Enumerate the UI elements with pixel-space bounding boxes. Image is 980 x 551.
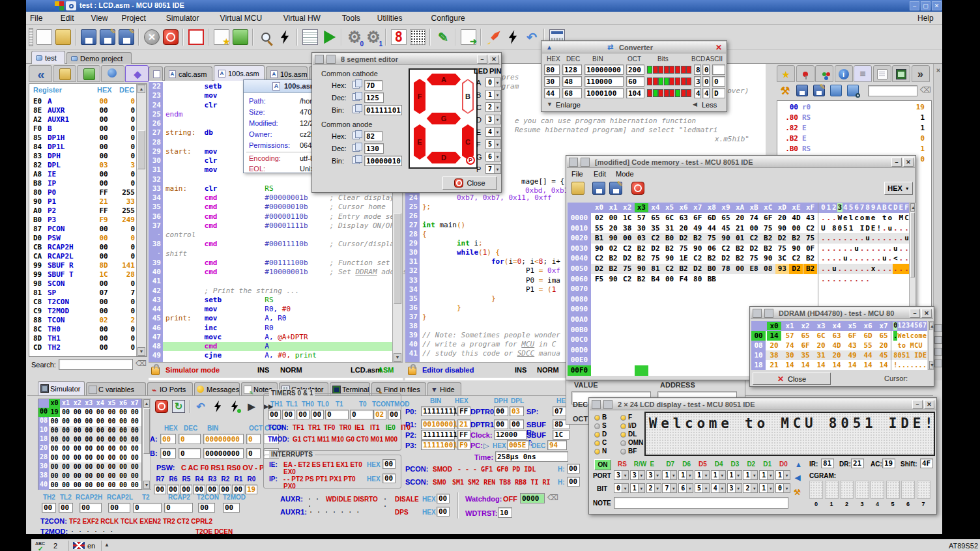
- ram-cell[interactable]: 00: [72, 453, 83, 462]
- speaker-dock-icon[interactable]: [934, 348, 942, 356]
- close-button[interactable]: ✕Close: [753, 373, 831, 385]
- t2-field[interactable]: 00: [59, 503, 73, 513]
- segment-C[interactable]: C: [462, 124, 474, 160]
- register-row[interactable]: 81SP077: [31, 289, 136, 298]
- segment-G[interactable]: G: [423, 113, 465, 124]
- seg8-icon[interactable]: [315, 55, 324, 64]
- bit-toggle[interactable]: [669, 78, 674, 85]
- hex-cell[interactable]: B2: [733, 244, 747, 254]
- bit-toggle[interactable]: [664, 89, 669, 97]
- auxr-hex-field[interactable]: 00: [437, 494, 450, 503]
- hex-cell[interactable]: C2: [648, 233, 662, 244]
- open-file-icon[interactable]: [571, 182, 584, 195]
- minimize-button[interactable]: –: [912, 400, 923, 409]
- hex-cell[interactable]: B2: [761, 244, 775, 254]
- hex-cell[interactable]: 63: [677, 213, 691, 223]
- panel-tab-star[interactable]: ★: [777, 65, 795, 82]
- conv-bcd-lo-field[interactable]: 0: [702, 76, 710, 87]
- hex-cell[interactable]: D2: [620, 253, 634, 264]
- symbol-row[interactable]: 00r019: [779, 102, 929, 113]
- hex-cell[interactable]: 03: [635, 233, 648, 244]
- port-select[interactable]: 1▼: [743, 470, 758, 480]
- gear-0-icon[interactable]: ⚙0: [347, 29, 362, 45]
- ram-cell[interactable]: 00: [61, 462, 72, 472]
- ddram-cell[interactable]: 14: [861, 360, 875, 370]
- port-select[interactable]: 1▼: [662, 470, 677, 480]
- window-titlebar[interactable]: DDRAM (HD44780) - test - MCU 80–✕: [751, 307, 933, 319]
- timer-field[interactable]: 02: [373, 410, 386, 419]
- hex-cell[interactable]: 90: [663, 253, 676, 264]
- hex-cell[interactable]: 45: [719, 223, 732, 234]
- project-tab-Demo-project[interactable]: Demo project: [66, 52, 132, 64]
- search-input[interactable]: [59, 359, 133, 370]
- enlarge-icon[interactable]: ▼: [547, 101, 553, 109]
- ram-cell[interactable]: 00: [61, 417, 72, 426]
- balloon-icon[interactable]: [197, 386, 204, 393]
- ddram-cell[interactable]: 31: [814, 350, 828, 360]
- register-row[interactable]: B0P3F9249: [31, 216, 136, 225]
- menu-virtual-hw[interactable]: Virtual HW: [283, 14, 321, 23]
- menu-help[interactable]: Help: [917, 14, 934, 23]
- t2-field[interactable]: 00: [198, 503, 215, 513]
- bottom-tab-Hide[interactable]: ▼Hide: [427, 382, 461, 395]
- codemem-doc-icon[interactable]: [569, 158, 578, 167]
- note-input[interactable]: [614, 497, 788, 509]
- find-icon[interactable]: [258, 29, 274, 45]
- ram-cell[interactable]: 00: [49, 426, 60, 435]
- hex-cell[interactable]: D2: [691, 264, 704, 274]
- hex-cell[interactable]: B0: [705, 264, 719, 274]
- hex-cell[interactable]: 00: [747, 223, 761, 234]
- grid-dock-icon[interactable]: [934, 324, 942, 332]
- hex-cell[interactable]: 90: [607, 274, 620, 285]
- bit-toggle[interactable]: [658, 66, 663, 74]
- menu-simulator[interactable]: Simulator: [166, 14, 199, 23]
- ram-row[interactable]: 180000000000000000: [38, 435, 141, 444]
- port-bin-field[interactable]: 11111111: [421, 406, 455, 416]
- bottom-tab-Messages[interactable]: Messages: [194, 382, 240, 395]
- scroll-thumb[interactable]: [910, 212, 915, 277]
- hex-cell[interactable]: 00: [663, 274, 676, 285]
- close-button[interactable]: ✕: [903, 158, 914, 167]
- ddram-cell[interactable]: 20: [814, 341, 828, 350]
- listlines-icon[interactable]: [89, 386, 97, 394]
- screen-icon[interactable]: [896, 69, 906, 79]
- menu-mode[interactable]: Mode: [616, 170, 638, 179]
- info-icon[interactable]: i: [839, 69, 849, 79]
- copy-icon[interactable]: [353, 106, 360, 113]
- timer-field[interactable]: 00: [282, 410, 295, 419]
- register-row[interactable]: B8IP000: [31, 179, 136, 188]
- pc-dec-field[interactable]: 94: [547, 440, 567, 450]
- ram-cell[interactable]: 00: [72, 444, 83, 453]
- hex-cell[interactable]: B2: [607, 253, 620, 264]
- scroll-up-icon[interactable]: ▲: [795, 460, 804, 469]
- register-row[interactable]: CDTH2000: [31, 343, 136, 352]
- code-line[interactable]: mov R0, #0: [163, 305, 392, 314]
- hide-icon[interactable]: ▼: [430, 386, 439, 394]
- hex-cell[interactable]: 90: [761, 253, 775, 264]
- reg-field-IR[interactable]: 81: [821, 459, 834, 468]
- ram-cell[interactable]: 00: [61, 481, 72, 490]
- register-scrollbar[interactable]: ▲▼: [136, 84, 147, 356]
- segment-B[interactable]: B: [462, 79, 474, 114]
- timer-field[interactable]: 00: [268, 410, 281, 419]
- hex-cell[interactable]: B0: [663, 233, 676, 244]
- ddram-cell[interactable]: 57: [783, 331, 797, 341]
- port-select[interactable]: 1▼: [775, 470, 790, 480]
- ram-cell[interactable]: 00: [61, 435, 72, 444]
- pin-select-G[interactable]: 6▼: [485, 152, 501, 162]
- bit-toggle[interactable]: [686, 66, 691, 74]
- port-select[interactable]: 3▼: [646, 470, 661, 480]
- ddram-cell[interactable]: 74: [783, 341, 797, 350]
- menu-edit[interactable]: Edit: [61, 14, 74, 23]
- port-select[interactable]: 3▼: [630, 470, 645, 480]
- segment-D[interactable]: D: [423, 152, 465, 163]
- scroll-down-arrow[interactable]: ▼: [143, 481, 150, 489]
- scroll-down-arrow[interactable]: ▼: [929, 361, 932, 369]
- code-line[interactable]: [163, 277, 392, 286]
- bottom-tab-Simulator[interactable]: Simulator: [38, 381, 85, 395]
- maximize-button[interactable]: ▢: [921, 1, 930, 10]
- conv-bcd-lo-field[interactable]: 0: [702, 64, 710, 75]
- minimize-button[interactable]: –: [910, 1, 919, 10]
- bit-toggle[interactable]: [686, 78, 691, 85]
- panel-tab-screen[interactable]: [892, 65, 910, 82]
